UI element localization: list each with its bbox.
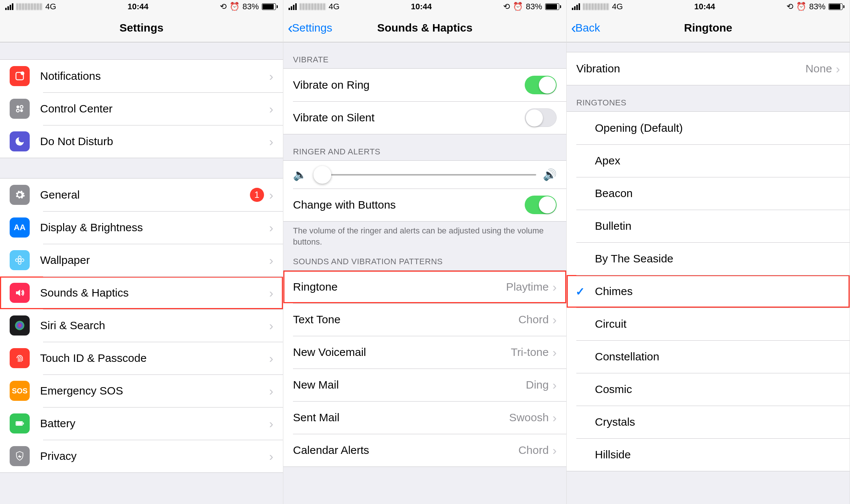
settings-row-sounds-haptics[interactable]: Sounds & Haptics› — [0, 276, 283, 309]
row-label: Notifications — [40, 70, 269, 82]
svg-rect-14 — [16, 422, 22, 425]
ringtone-row-crystals[interactable]: Crystals — [567, 406, 850, 438]
battery-pct: 83% — [242, 2, 259, 12]
svg-point-10 — [21, 259, 24, 262]
change-with-buttons-row[interactable]: Change with Buttons — [283, 189, 566, 221]
pattern-row-ringtone[interactable]: RingtonePlaytime› — [283, 271, 566, 303]
ringtone-row-chimes[interactable]: ✓Chimes — [567, 275, 850, 308]
row-detail: Playtime — [506, 281, 549, 293]
change-with-buttons-toggle[interactable] — [525, 196, 557, 214]
ringtone-screen: 4G 10:44 ⟲ ⏰ 83% ‹ Back Ringtone Vibrati… — [567, 0, 850, 504]
battery-icon — [10, 413, 30, 433]
pattern-row-sent-mail[interactable]: Sent MailSwoosh› — [283, 401, 566, 434]
chevron-right-icon: › — [269, 351, 273, 366]
dnd-icon — [10, 131, 30, 151]
ringtone-row-apex[interactable]: Apex — [567, 144, 850, 177]
row-label: General — [40, 189, 250, 201]
svg-rect-13 — [23, 423, 24, 425]
pattern-row-calendar-alerts[interactable]: Calendar AlertsChord› — [283, 434, 566, 467]
status-time: 10:44 — [694, 2, 715, 12]
row-detail: Ding — [526, 379, 549, 391]
privacy-icon — [10, 446, 30, 466]
ringtone-row-hillside[interactable]: Hillside — [567, 438, 850, 471]
chevron-right-icon: › — [553, 378, 557, 392]
row-label: Bulletin — [595, 220, 840, 232]
chevron-right-icon: › — [553, 345, 557, 360]
ringer-footer: The volume of the ringer and alerts can … — [283, 222, 566, 251]
chevron-right-icon: › — [269, 286, 273, 300]
vibrate-on-silent-row[interactable]: Vibrate on Silent — [283, 101, 566, 134]
vibration-row[interactable]: Vibration None › — [567, 52, 850, 85]
chevron-right-icon: › — [269, 449, 273, 464]
network-type: 4G — [45, 2, 56, 12]
ringtone-row-circuit[interactable]: Circuit — [567, 308, 850, 340]
ringtone-row-opening-default-[interactable]: Opening (Default) — [567, 112, 850, 144]
row-label: Sounds & Haptics — [40, 287, 269, 299]
row-label: New Mail — [293, 379, 526, 391]
chevron-right-icon: › — [269, 69, 273, 84]
settings-row-siri-search[interactable]: Siri & Search› — [0, 309, 283, 342]
back-button[interactable]: ‹ Settings — [283, 20, 332, 35]
orientation-lock-icon: ⟲ — [503, 2, 510, 12]
svg-point-11 — [15, 321, 25, 330]
back-button[interactable]: ‹ Back — [567, 20, 600, 35]
chevron-right-icon: › — [269, 220, 273, 235]
sounds-haptics-screen: 4G 10:44 ⟲ ⏰ 83% ‹ Settings Sounds & Hap… — [283, 0, 567, 504]
pattern-row-new-voicemail[interactable]: New VoicemailTri-tone› — [283, 336, 566, 369]
row-label: Emergency SOS — [40, 384, 269, 397]
settings-row-display-brightness[interactable]: AADisplay & Brightness› — [0, 211, 283, 244]
settings-row-wallpaper[interactable]: Wallpaper› — [0, 244, 283, 276]
vibrate-on-ring-toggle[interactable] — [525, 76, 557, 94]
checkmark-icon: ✓ — [576, 285, 585, 298]
svg-point-6 — [18, 259, 21, 262]
row-label: Control Center — [40, 102, 269, 115]
cc-icon — [10, 99, 30, 119]
settings-row-general[interactable]: General1› — [0, 179, 283, 211]
vibrate-on-silent-toggle[interactable] — [525, 108, 557, 127]
row-label: Vibrate on Silent — [293, 111, 525, 124]
row-label: Touch ID & Passcode — [40, 352, 269, 364]
svg-point-8 — [18, 262, 21, 265]
status-time: 10:44 — [411, 2, 432, 12]
chevron-right-icon: › — [269, 318, 273, 333]
row-label: Vibration — [576, 62, 805, 75]
chevron-right-icon: › — [269, 188, 273, 202]
settings-row-battery[interactable]: Battery› — [0, 407, 283, 440]
ringtone-row-bulletin[interactable]: Bulletin — [567, 210, 850, 242]
ringtone-row-constellation[interactable]: Constellation — [567, 340, 850, 373]
settings-row-privacy[interactable]: Privacy› — [0, 440, 283, 472]
page-title: Ringtone — [567, 22, 850, 34]
row-label: Chimes — [595, 285, 840, 298]
settings-row-touch-id-passcode[interactable]: Touch ID & Passcode› — [0, 342, 283, 374]
pattern-row-new-mail[interactable]: New MailDing› — [283, 369, 566, 401]
row-label: Ringtone — [293, 281, 506, 293]
page-title: Settings — [0, 22, 283, 34]
row-label: Circuit — [595, 318, 840, 330]
battery-icon — [262, 3, 278, 10]
alarm-icon: ⏰ — [796, 2, 806, 12]
ringtone-row-by-the-seaside[interactable]: By The Seaside — [567, 242, 850, 275]
settings-row-do-not-disturb[interactable]: Do Not Disturb› — [0, 125, 283, 158]
battery-icon — [545, 3, 561, 10]
chevron-right-icon: › — [269, 416, 273, 431]
settings-row-control-center[interactable]: Control Center› — [0, 92, 283, 125]
section-header-ringer: RINGER AND ALERTS — [283, 134, 566, 160]
ringtone-row-cosmic[interactable]: Cosmic — [567, 373, 850, 406]
row-label: Wallpaper — [40, 254, 269, 266]
svg-point-7 — [18, 256, 21, 259]
row-detail: Swoosh — [509, 411, 549, 424]
ringtone-row-beacon[interactable]: Beacon — [567, 177, 850, 210]
pattern-row-text-tone[interactable]: Text ToneChord› — [283, 303, 566, 336]
settings-row-emergency-sos[interactable]: SOSEmergency SOS› — [0, 374, 283, 407]
alarm-icon: ⏰ — [513, 2, 523, 12]
svg-point-1 — [21, 72, 25, 75]
ringer-volume-slider[interactable] — [313, 174, 536, 176]
settings-row-notifications[interactable]: Notifications› — [0, 60, 283, 92]
chevron-right-icon: › — [269, 102, 273, 116]
row-detail: Chord — [518, 444, 549, 456]
notif-icon — [10, 66, 30, 86]
ringer-volume-row[interactable]: 🔈 🔊 — [283, 161, 566, 189]
vibrate-on-ring-row[interactable]: Vibrate on Ring — [283, 69, 566, 101]
row-label: Opening (Default) — [595, 122, 840, 134]
carrier-blur — [16, 3, 42, 10]
